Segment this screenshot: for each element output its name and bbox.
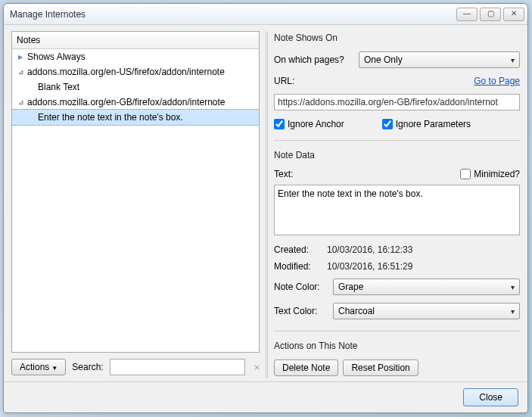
- close-window-button[interactable]: ✕: [503, 8, 524, 21]
- left-bottom-bar: Actions▼ Search: ×: [11, 359, 260, 378]
- titlebar[interactable]: Manage Internotes — ▢ ✕: [4, 4, 527, 25]
- tree-label: Shows Always: [27, 51, 86, 62]
- search-label: Search:: [72, 362, 103, 372]
- tree-row[interactable]: Shows Always: [12, 49, 259, 64]
- go-to-page-link[interactable]: Go to Page: [474, 76, 520, 86]
- divider: [274, 331, 520, 331]
- created-label: Created:: [274, 244, 327, 255]
- tree-row[interactable]: addons.mozilla.org/en-GB/firefox/addon/i…: [12, 95, 259, 110]
- notes-tree[interactable]: Notes Shows Always addons.mozilla.org/en…: [11, 31, 260, 353]
- group-note-shows-on: Note Shows On: [274, 33, 520, 43]
- minimize-button[interactable]: —: [456, 8, 478, 21]
- text-color-select[interactable]: Charcoal: [333, 303, 520, 319]
- splitter[interactable]: [266, 31, 268, 378]
- expand-icon[interactable]: [18, 68, 26, 76]
- ignore-anchor-checkbox[interactable]: Ignore Anchor: [274, 119, 344, 129]
- delete-note-button[interactable]: Delete Note: [274, 359, 338, 376]
- pages-select[interactable]: One Only: [359, 51, 520, 68]
- bottom-bar: Close: [4, 381, 527, 412]
- divider: [274, 140, 520, 141]
- reset-position-button[interactable]: Reset Position: [343, 359, 418, 376]
- tree-row[interactable]: addons.mozilla.org/en-US/firefox/addon/i…: [12, 64, 259, 79]
- chevron-down-icon: ▼: [51, 365, 58, 372]
- close-button[interactable]: Close: [463, 388, 518, 406]
- note-color-label: Note Color:: [274, 282, 328, 292]
- minimized-checkbox[interactable]: Minimized?: [460, 169, 520, 179]
- created-value: 10/03/2016, 16:12:33: [327, 244, 412, 255]
- content-area: Notes Shows Always addons.mozilla.org/en…: [4, 25, 527, 381]
- url-input[interactable]: [274, 94, 520, 110]
- group-note-data: Note Data: [274, 150, 520, 160]
- manage-internotes-window: Manage Internotes — ▢ ✕ Notes Shows Alwa…: [3, 3, 528, 413]
- tree-row[interactable]: Enter the note text in the note's box.: [11, 109, 260, 126]
- notes-header: Notes: [12, 32, 259, 49]
- text-color-label: Text Color:: [274, 306, 328, 316]
- modified-label: Modified:: [274, 261, 327, 272]
- search-input[interactable]: [110, 359, 245, 375]
- group-actions: Actions on This Note: [274, 341, 520, 351]
- expand-icon[interactable]: [18, 53, 26, 61]
- window-title: Manage Internotes: [10, 9, 454, 20]
- pages-label: On which pages?: [274, 54, 354, 65]
- expand-icon[interactable]: [18, 98, 26, 106]
- left-pane: Notes Shows Always addons.mozilla.org/en…: [11, 31, 260, 378]
- url-label: URL:: [274, 76, 323, 86]
- actions-button[interactable]: Actions▼: [11, 359, 66, 375]
- tree-label: addons.mozilla.org/en-GB/firefox/addon/i…: [27, 97, 226, 107]
- maximize-button[interactable]: ▢: [480, 8, 501, 21]
- tree-label: addons.mozilla.org/en-US/firefox/addon/i…: [27, 67, 225, 77]
- tree-row[interactable]: Blank Text: [12, 79, 259, 95]
- clear-search-icon[interactable]: ×: [251, 362, 263, 373]
- note-text-area[interactable]: [274, 185, 520, 236]
- text-label: Text:: [274, 169, 293, 179]
- right-pane: Note Shows On On which pages? One Only U…: [274, 31, 520, 378]
- tree-label: Blank Text: [38, 82, 79, 92]
- note-color-select[interactable]: Grape: [333, 279, 520, 295]
- modified-value: 10/03/2016, 16:51:29: [327, 261, 412, 272]
- tree-label: Enter the note text in the note's box.: [38, 112, 183, 123]
- ignore-parameters-checkbox[interactable]: Ignore Parameters: [382, 119, 471, 129]
